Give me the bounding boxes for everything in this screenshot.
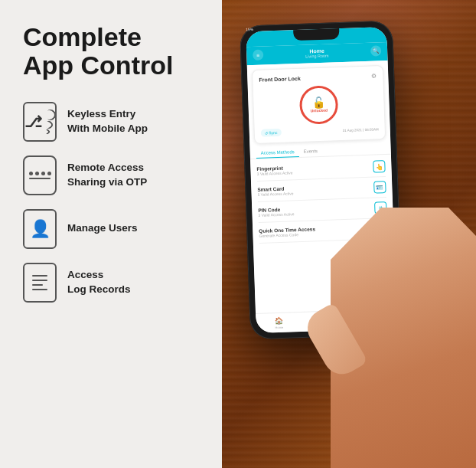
list-icon <box>29 272 51 293</box>
phone-icon <box>29 172 51 179</box>
keyless-icon-box: ⎇ <box>23 102 57 142</box>
arc-medium <box>43 119 54 130</box>
arc-large <box>43 107 58 123</box>
smartcard-info: Smart Card 5 Valid Access Active <box>257 185 293 197</box>
feature-logs: Access Log Records <box>23 263 207 303</box>
list-line-4 <box>32 289 47 290</box>
remote-label-2: Sharing via OTP <box>67 175 147 190</box>
lock-circle[interactable]: 🔓 Unlocked <box>299 85 339 125</box>
otp-info: Quick One Time Access Generate Access Co… <box>259 226 315 238</box>
users-icon-box: 👤 <box>23 209 57 249</box>
dot1 <box>29 172 33 175</box>
main-title: Complete App Control <box>23 23 207 80</box>
smartcard-icon[interactable]: 🪪 <box>373 181 386 194</box>
title-line2: App Control <box>23 51 173 80</box>
header-sublocation: Living Room <box>305 53 329 58</box>
lock-card: Front Door Lock ⚙ 🔓 Unlocked ↺ Sync 31 A… <box>252 65 386 144</box>
remote-text: Remote Access Sharing via OTP <box>67 161 147 190</box>
sync-button[interactable]: ↺ Sync <box>261 129 282 137</box>
signal-arcs <box>45 110 56 134</box>
settings-icon[interactable]: ⚙ <box>371 72 377 79</box>
right-panel: 15% ≡ Home Living Room 🔍 Fr <box>222 0 476 468</box>
logs-icon-box <box>23 263 57 303</box>
header-center: Home Living Room <box>305 47 329 58</box>
feature-remote: Remote Access Sharing via OTP <box>23 155 207 195</box>
remote-icon-box <box>23 155 57 195</box>
list-line-1 <box>32 275 47 277</box>
remote-label-1: Remote Access <box>67 161 147 175</box>
tab-events[interactable]: Events <box>299 146 323 157</box>
logs-text: Access Log Records <box>67 268 131 297</box>
tab-access-methods[interactable]: Access Methods <box>256 147 299 159</box>
pin-info: PIN Code 3 Valid Access Active <box>258 206 294 218</box>
smartcard-count: 5 Valid Access Active <box>257 191 293 197</box>
keyless-label-1: Keyless Entry <box>67 107 148 122</box>
logs-label-1: Access <box>67 268 131 283</box>
keyless-text: Keyless Entry With Mobile App <box>67 107 148 136</box>
feature-users: 👤 Manage Users <box>23 209 207 249</box>
phone-notch <box>293 28 339 41</box>
search-icon[interactable]: 🔍 <box>370 45 381 56</box>
users-text: Manage Users <box>67 221 138 236</box>
lock-circle-wrap: 🔓 Unlocked <box>259 83 379 126</box>
hamburger-icon[interactable]: ≡ <box>253 50 263 61</box>
lock-status: Unlocked <box>310 108 328 113</box>
fingerprint-info: Fingerprint 3 Valid Access Active <box>256 165 292 176</box>
dot2 <box>35 172 39 175</box>
dot4 <box>47 172 51 175</box>
pin-count: 3 Valid Access Active <box>258 211 294 218</box>
lock-date: 31 Aug 2021 | 08:05AM <box>343 127 379 133</box>
lock-sync-row: ↺ Sync 31 Aug 2021 | 08:05AM <box>261 125 379 136</box>
keyless-label-2: With Mobile App <box>67 122 148 136</box>
arc-small <box>44 129 50 135</box>
list-line-3 <box>32 284 43 286</box>
bluetooth-icon: ⎇ <box>24 113 42 131</box>
users-label-1: Manage Users <box>67 221 138 236</box>
nav-home[interactable]: 🏠 Home <box>275 316 284 329</box>
bluetooth-wrap: ⎇ <box>24 110 56 134</box>
lock-name: Front Door Lock <box>259 76 301 83</box>
dots-row <box>29 172 51 175</box>
home-nav-label: Home <box>275 325 283 329</box>
title-line1: Complete <box>23 22 142 51</box>
home-nav-icon: 🏠 <box>275 316 283 324</box>
battery-percent: 15% <box>246 27 253 31</box>
feature-list: ⎇ Keyless Entry With Mobile App <box>23 102 207 303</box>
person-icon: 👤 <box>30 219 51 239</box>
lock-icon: 🔓 <box>312 97 325 109</box>
feature-keyless: ⎇ Keyless Entry With Mobile App <box>23 102 207 142</box>
fingerprint-icon[interactable]: 👆 <box>373 160 386 173</box>
logs-label-2: Log Records <box>67 283 131 297</box>
fingerprint-count: 3 Valid Access Active <box>257 170 293 176</box>
dot3 <box>41 172 45 175</box>
phone-line <box>29 178 51 179</box>
list-line-2 <box>32 280 47 281</box>
lock-card-header: Front Door Lock ⚙ <box>259 72 377 83</box>
left-panel: Complete App Control ⎇ Keyless Entry Wit… <box>0 0 222 468</box>
